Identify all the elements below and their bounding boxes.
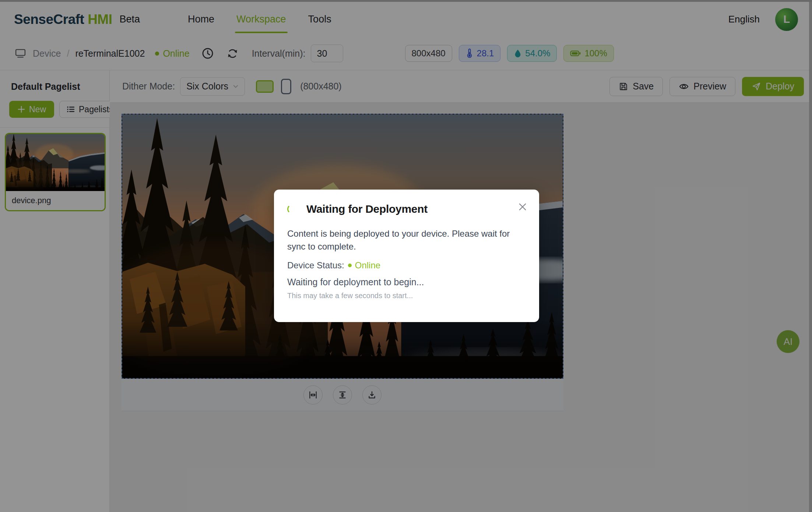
loading-spinner-icon — [287, 204, 297, 214]
modal-hint-text: This may take a few seconds to start... — [287, 292, 524, 300]
page-scrollbar[interactable] — [809, 2, 812, 512]
deployment-modal: Waiting for Deployment Content is being … — [274, 190, 539, 322]
modal-message: Content is being deployed to your device… — [287, 227, 512, 253]
modal-online-text: Online — [355, 260, 380, 271]
close-icon[interactable] — [518, 202, 527, 212]
screen-top-edge — [0, 0, 812, 2]
modal-waiting-text: Waiting for deployment to begin... — [287, 277, 524, 287]
modal-title: Waiting for Deployment — [306, 203, 428, 215]
modal-online-dot — [348, 264, 352, 267]
device-status-label: Device Status: — [287, 260, 344, 271]
